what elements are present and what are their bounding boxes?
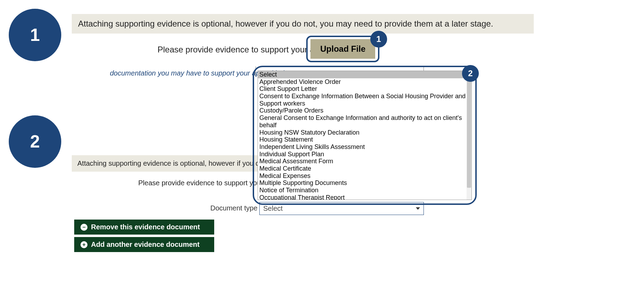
- option-item[interactable]: Housing Statement: [258, 136, 471, 143]
- option-item[interactable]: Housing NSW Statutory Declaration: [258, 129, 471, 136]
- option-item[interactable]: Medical Assessment Form: [258, 158, 471, 165]
- minus-icon: −: [80, 224, 88, 231]
- option-item[interactable]: Multiple Supporting Documents: [258, 179, 471, 187]
- option-item[interactable]: Medical Certificate: [258, 165, 471, 172]
- callout-badge-1: 1: [370, 31, 387, 48]
- upload-file-button[interactable]: Upload File: [310, 39, 375, 59]
- remove-evidence-button[interactable]: − Remove this evidence document: [74, 220, 214, 235]
- option-item[interactable]: Consent to Exchange Information Between …: [258, 93, 471, 107]
- option-item[interactable]: Individual Support Plan: [258, 151, 471, 158]
- option-item[interactable]: Notice of Termination: [258, 187, 471, 194]
- option-item[interactable]: Client Support Letter: [258, 85, 471, 93]
- document-type-label: Document type: [210, 204, 258, 212]
- step-badge-2: 2: [9, 115, 61, 168]
- option-item[interactable]: Independent Living Skills Assessment: [258, 143, 471, 151]
- upload-callout: Upload File: [306, 36, 379, 62]
- dropdown-callout: SelectApprehended Violence OrderClient S…: [253, 66, 477, 205]
- chevron-down-icon: [416, 207, 420, 210]
- scrollbar[interactable]: [467, 71, 471, 200]
- select-value: Select: [263, 205, 283, 213]
- option-item[interactable]: Custody/Parole Orders: [258, 107, 471, 114]
- document-type-options[interactable]: SelectApprehended Violence OrderClient S…: [258, 71, 472, 200]
- step-badge-1: 1: [9, 9, 61, 61]
- option-item[interactable]: Occupational Therapist Report: [258, 194, 471, 200]
- option-item[interactable]: Apprehended Violence Order: [258, 78, 471, 86]
- option-item[interactable]: General Consent to Exchange Information …: [258, 114, 471, 129]
- option-item[interactable]: Medical Expenses: [258, 172, 471, 180]
- callout-badge-2: 2: [462, 65, 479, 82]
- add-evidence-button[interactable]: + Add another evidence document: [74, 237, 214, 252]
- add-button-label: Add another evidence document: [91, 241, 200, 249]
- option-item[interactable]: Select: [258, 71, 471, 78]
- scrollbar-thumb[interactable]: [467, 72, 471, 188]
- remove-button-label: Remove this evidence document: [91, 223, 200, 231]
- info-banner-1: Attaching supporting evidence is optiona…: [72, 14, 534, 34]
- plus-icon: +: [80, 241, 88, 248]
